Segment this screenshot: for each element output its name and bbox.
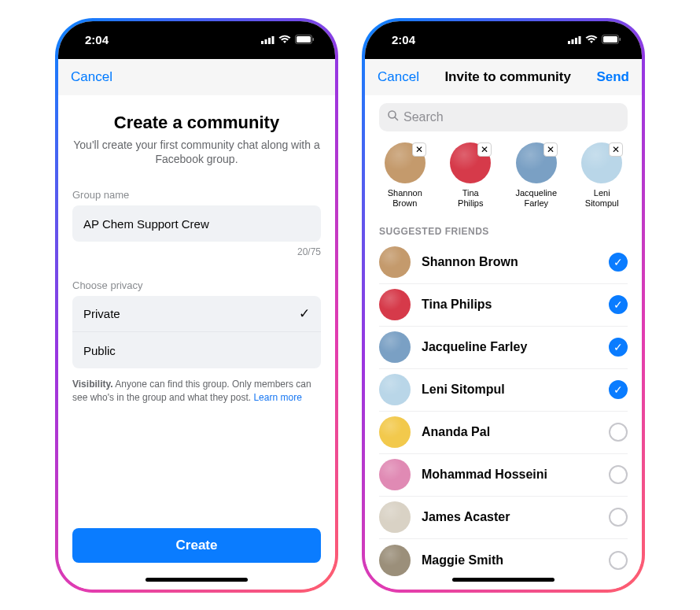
visibility-bold: Visibility. xyxy=(72,379,113,390)
svg-rect-0 xyxy=(261,41,263,44)
checkbox-checked-icon[interactable]: ✓ xyxy=(609,338,628,357)
friend-name: Shannon Brown xyxy=(422,255,598,269)
nav-bar: Cancel Invite to community Send xyxy=(365,59,642,95)
privacy-option-public[interactable]: Public xyxy=(72,332,321,368)
avatar xyxy=(379,459,411,490)
selected-friend-chip[interactable]: ✕LeniSitompul xyxy=(577,142,628,209)
privacy-label: Choose privacy xyxy=(72,279,321,291)
checkbox-unchecked-icon[interactable] xyxy=(609,551,628,570)
selected-friend-chip[interactable]: ✕JacquelineFarley xyxy=(510,142,562,209)
battery-icon xyxy=(602,33,621,46)
remove-chip-icon[interactable]: ✕ xyxy=(412,142,426,157)
search-input[interactable]: Search xyxy=(379,103,628,131)
home-indicator[interactable] xyxy=(146,578,248,582)
privacy-option-label: Public xyxy=(83,344,116,357)
friend-row[interactable]: Maggie Smith xyxy=(379,539,628,582)
group-name-value: AP Chem Support Crew xyxy=(83,217,209,231)
send-button[interactable]: Send xyxy=(596,69,629,85)
notch xyxy=(440,21,566,45)
friend-list[interactable]: Shannon Brown✓Tina Philips✓Jacqueline Fa… xyxy=(379,242,628,582)
search-placeholder: Search xyxy=(403,110,444,124)
search-icon xyxy=(387,109,399,124)
friend-row[interactable]: Jacqueline Farley✓ xyxy=(379,327,628,369)
cellular-icon xyxy=(568,33,581,46)
svg-rect-5 xyxy=(297,36,311,43)
char-counter: 20/75 xyxy=(72,246,321,257)
avatar xyxy=(379,289,411,320)
checkbox-unchecked-icon[interactable] xyxy=(609,508,628,527)
svg-rect-1 xyxy=(265,39,267,44)
home-indicator[interactable] xyxy=(452,578,554,582)
friend-name: Mohammad Hosseini xyxy=(422,468,598,482)
friend-name: Tina Philips xyxy=(422,298,598,312)
selected-friend-chip[interactable]: ✕ShannonBrown xyxy=(379,142,431,209)
checkbox-checked-icon[interactable]: ✓ xyxy=(609,380,628,399)
group-name-input[interactable]: AP Chem Support Crew xyxy=(72,205,321,242)
svg-rect-6 xyxy=(313,38,315,41)
group-name-label: Group name xyxy=(72,189,321,201)
svg-rect-7 xyxy=(568,41,570,44)
wifi-icon xyxy=(278,33,291,46)
friend-row[interactable]: Mohammad Hosseini xyxy=(379,454,628,497)
checkbox-unchecked-icon[interactable] xyxy=(609,423,628,442)
checkbox-checked-icon[interactable]: ✓ xyxy=(609,253,628,272)
svg-line-15 xyxy=(395,117,398,120)
avatar xyxy=(379,545,411,576)
avatar xyxy=(379,501,411,533)
avatar xyxy=(379,331,411,363)
svg-rect-8 xyxy=(572,39,574,44)
suggested-section-label: SUGGESTED FRIENDS xyxy=(379,226,628,237)
selected-friend-name: LeniSitompul xyxy=(585,188,619,209)
checkbox-unchecked-icon[interactable] xyxy=(609,465,628,484)
friend-name: Leni Sitompul xyxy=(422,383,598,397)
friend-row[interactable]: Leni Sitompul✓ xyxy=(379,369,628,412)
cancel-button[interactable]: Cancel xyxy=(71,69,112,85)
friend-row[interactable]: Shannon Brown✓ xyxy=(379,242,628,284)
checkbox-checked-icon[interactable]: ✓ xyxy=(609,295,628,314)
learn-more-link[interactable]: Learn more xyxy=(253,392,301,403)
invite-panel: Search ✕ShannonBrown✕TinaPhilips✕Jacquel… xyxy=(365,95,642,590)
cellular-icon xyxy=(261,33,274,46)
svg-rect-10 xyxy=(579,36,581,44)
svg-rect-9 xyxy=(575,38,577,44)
visibility-description: Visibility. Anyone can find this group. … xyxy=(72,378,321,405)
status-time: 2:04 xyxy=(392,33,415,46)
svg-rect-13 xyxy=(620,38,621,41)
nav-bar: Cancel xyxy=(58,59,335,95)
create-button-label: Create xyxy=(176,538,218,553)
friend-row[interactable]: Ananda Pal xyxy=(379,412,628,454)
remove-chip-icon[interactable]: ✕ xyxy=(477,142,492,157)
selected-friend-chip[interactable]: ✕TinaPhilips xyxy=(445,142,497,209)
avatar xyxy=(379,374,411,405)
friend-row[interactable]: James Acaster xyxy=(379,497,628,539)
remove-chip-icon[interactable]: ✕ xyxy=(609,142,623,157)
wifi-icon xyxy=(585,33,598,46)
create-community-form: Create a community You'll create your fi… xyxy=(58,95,335,590)
phone-screen: 2:04 Cancel Invite to community Send Sea… xyxy=(365,21,642,590)
selected-friend-name: TinaPhilips xyxy=(458,188,483,209)
cancel-button[interactable]: Cancel xyxy=(378,69,419,85)
notch xyxy=(134,21,260,45)
friend-row[interactable]: Tina Philips✓ xyxy=(379,284,628,327)
phone-mockup-create: 2:04 Cancel Create a community You'll cr… xyxy=(55,18,338,593)
battery-icon xyxy=(295,33,315,46)
phone-screen: 2:04 Cancel Create a community You'll cr… xyxy=(58,21,335,590)
remove-chip-icon[interactable]: ✕ xyxy=(543,142,558,157)
friend-name: Ananda Pal xyxy=(422,425,598,439)
selected-friend-name: ShannonBrown xyxy=(388,188,422,209)
avatar xyxy=(379,416,411,448)
friend-name: Jacqueline Farley xyxy=(422,340,598,354)
page-title: Create a community xyxy=(72,113,321,133)
selected-friend-name: JacquelineFarley xyxy=(515,188,557,209)
nav-title: Invite to community xyxy=(444,69,571,85)
status-icons xyxy=(568,33,621,46)
selected-friends-row: ✕ShannonBrown✕TinaPhilips✕JacquelineFarl… xyxy=(379,142,628,209)
avatar xyxy=(379,246,411,278)
page-subtitle: You'll create your first community chat … xyxy=(72,138,321,168)
status-time: 2:04 xyxy=(85,33,109,46)
svg-rect-3 xyxy=(272,36,274,44)
create-button[interactable]: Create xyxy=(72,528,321,563)
privacy-option-label: Private xyxy=(83,307,120,320)
friend-name: Maggie Smith xyxy=(422,553,598,567)
privacy-option-private[interactable]: Private ✓ xyxy=(72,296,321,332)
